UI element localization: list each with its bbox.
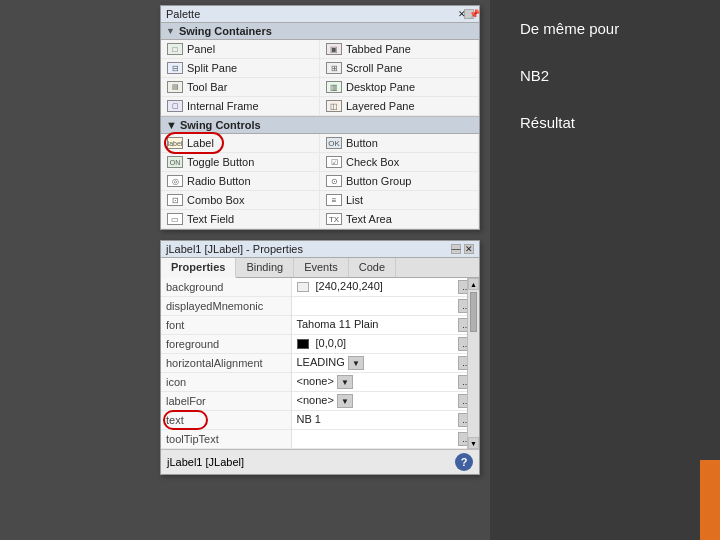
- properties-footer: jLabel1 [JLabel] ?: [161, 449, 479, 474]
- list-item[interactable]: ⊡ Combo Box: [161, 191, 320, 210]
- scroll-pane-icon: ⊞: [326, 62, 342, 74]
- list-item[interactable]: label Label: [161, 134, 320, 153]
- list-item[interactable]: OK Button: [320, 134, 479, 153]
- dropdown-arrow-icon[interactable]: ▼: [337, 394, 353, 408]
- prop-name: labelFor: [161, 392, 291, 411]
- tab-properties[interactable]: Properties: [161, 258, 236, 278]
- props-table-container: background [240,240,240] ... displayedMn…: [161, 278, 479, 449]
- table-row: labelFor <none> ▼ ...: [161, 392, 479, 411]
- item-label: List: [346, 194, 363, 206]
- prop-name: foreground: [161, 335, 291, 354]
- list-item[interactable]: ⊟ Split Pane: [161, 59, 320, 78]
- scrollbar-up-button[interactable]: ▲: [468, 278, 479, 290]
- prop-value[interactable]: ...: [291, 297, 479, 316]
- item-label: Text Field: [187, 213, 234, 225]
- list-item[interactable]: ⊙ Button Group: [320, 172, 479, 191]
- prop-name: horizontalAlignment: [161, 354, 291, 373]
- prop-value[interactable]: [0,0,0] ...: [291, 335, 479, 354]
- scrollbar-down-button[interactable]: ▼: [468, 437, 479, 449]
- help-button[interactable]: ?: [455, 453, 473, 471]
- list-item[interactable]: ◫ Layered Pane: [320, 97, 479, 116]
- palette-titlebar: Palette ✕ 📌: [161, 6, 479, 23]
- properties-title: jLabel1 [JLabel] - Properties: [166, 243, 303, 255]
- prop-name: font: [161, 316, 291, 335]
- swing-controls-header[interactable]: ▼ Swing Controls: [161, 116, 479, 134]
- props-close-button[interactable]: ✕: [464, 244, 474, 254]
- footer-label: jLabel1 [JLabel]: [167, 456, 244, 468]
- list-item[interactable]: ▭ Text Field: [161, 210, 320, 229]
- palette-title: Palette: [166, 8, 200, 20]
- tab-code[interactable]: Code: [349, 258, 396, 277]
- list-item[interactable]: ▣ Tabbed Pane: [320, 40, 479, 59]
- tab-binding[interactable]: Binding: [236, 258, 294, 277]
- prop-value[interactable]: Tahoma 11 Plain ...: [291, 316, 479, 335]
- swing-controls-label: Swing Controls: [180, 119, 261, 131]
- close-icon: ✕: [458, 9, 466, 19]
- list-item[interactable]: ⊞ Scroll Pane: [320, 59, 479, 78]
- controls-grid: label Label OK Button ON Toggle Button ☑…: [161, 134, 479, 229]
- list-item[interactable]: ☑ Check Box: [320, 153, 479, 172]
- internal-frame-icon: ▢: [167, 100, 183, 112]
- table-row: font Tahoma 11 Plain ...: [161, 316, 479, 335]
- swing-containers-header[interactable]: ▼ Swing Containers: [161, 23, 479, 40]
- table-row: horizontalAlignment LEADING ▼ ...: [161, 354, 479, 373]
- table-row: icon <none> ▼ ...: [161, 373, 479, 392]
- properties-tabs: Properties Binding Events Code: [161, 258, 479, 278]
- desktop-pane-icon: ▥: [326, 81, 342, 93]
- item-label: Toggle Button: [187, 156, 254, 168]
- prop-name: displayedMnemonic: [161, 297, 291, 316]
- prop-name: background: [161, 278, 291, 297]
- prop-value[interactable]: <none> ▼ ...: [291, 392, 479, 411]
- item-label: Tabbed Pane: [346, 43, 411, 55]
- prop-name: toolTipText: [161, 430, 291, 449]
- item-label: Layered Pane: [346, 100, 415, 112]
- sidebar-text-1: De même pour: [520, 20, 690, 37]
- list-item[interactable]: ▢ Internal Frame: [161, 97, 320, 116]
- item-label: Panel: [187, 43, 215, 55]
- left-panel: Palette ✕ 📌 ▼ Swing Containers □ Panel ▣: [0, 0, 490, 540]
- color-swatch: [297, 339, 309, 349]
- scrollbar[interactable]: ▲ ▼: [467, 278, 479, 449]
- item-label: Button Group: [346, 175, 411, 187]
- properties-window: jLabel1 [JLabel] - Properties — ✕ Proper…: [160, 240, 480, 475]
- text-area-icon: TX: [326, 213, 342, 225]
- palette-titlebar-left: Palette: [166, 8, 200, 20]
- item-label: Tool Bar: [187, 81, 227, 93]
- sidebar-text-3: Résultat: [520, 114, 690, 131]
- label-icon: label: [167, 137, 183, 149]
- scrollbar-thumb[interactable]: [470, 292, 477, 332]
- list-item[interactable]: ▥ Desktop Pane: [320, 78, 479, 97]
- prop-value[interactable]: LEADING ▼ ...: [291, 354, 479, 373]
- list-item[interactable]: □ Panel: [161, 40, 320, 59]
- prop-value[interactable]: ...: [291, 430, 479, 449]
- list-item[interactable]: ◎ Radio Button: [161, 172, 320, 191]
- help-icon: ?: [461, 456, 468, 468]
- color-swatch: [297, 282, 309, 292]
- pin-icon: 📌: [469, 9, 480, 19]
- list-item[interactable]: ≡ List: [320, 191, 479, 210]
- prop-value[interactable]: NB 1 ...: [291, 411, 479, 430]
- right-panel: De même pour NB2 Résultat: [490, 0, 720, 540]
- list-item[interactable]: TX Text Area: [320, 210, 479, 229]
- swing-containers-label: Swing Containers: [179, 25, 272, 37]
- text-field-icon: ▭: [167, 213, 183, 225]
- dropdown-arrow-icon[interactable]: ▼: [337, 375, 353, 389]
- list-item[interactable]: ON Toggle Button: [161, 153, 320, 172]
- item-label: Label: [187, 137, 214, 149]
- collapse-icon: ▼: [166, 26, 175, 36]
- list-item[interactable]: ▤ Tool Bar: [161, 78, 320, 97]
- tab-events[interactable]: Events: [294, 258, 349, 277]
- item-label: Check Box: [346, 156, 399, 168]
- properties-table: background [240,240,240] ... displayedMn…: [161, 278, 479, 449]
- item-label: Text Area: [346, 213, 392, 225]
- toolbar-icon: ▤: [167, 81, 183, 93]
- dropdown-arrow-icon[interactable]: ▼: [348, 356, 364, 370]
- palette-close-button[interactable]: ✕ 📌: [464, 9, 474, 19]
- props-minimize-button[interactable]: —: [451, 244, 461, 254]
- prop-value[interactable]: [240,240,240] ...: [291, 278, 479, 297]
- item-label: Radio Button: [187, 175, 251, 187]
- scrollbar-track-area: [468, 334, 479, 437]
- containers-grid: □ Panel ▣ Tabbed Pane ⊟ Split Pane ⊞ Scr…: [161, 40, 479, 116]
- prop-value[interactable]: <none> ▼ ...: [291, 373, 479, 392]
- table-row: toolTipText ...: [161, 430, 479, 449]
